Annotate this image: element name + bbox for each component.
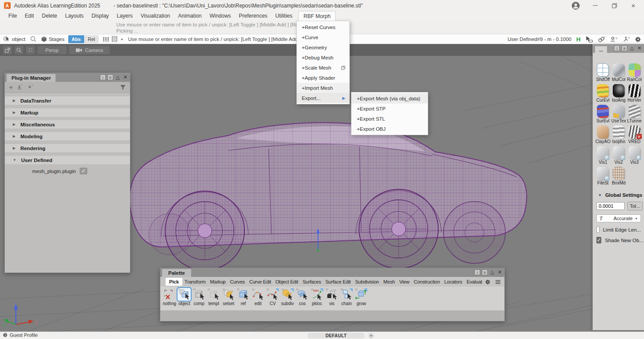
menu-item-utilities[interactable]: Utilities <box>271 11 296 20</box>
menu-item-export-mesh-obj-data[interactable]: +Export Mesh (via obj_data) <box>352 93 428 103</box>
menu-item-export-stp[interactable]: +Export STP <box>352 103 428 114</box>
panel-pin-icon[interactable]: ↕ <box>474 269 480 275</box>
tool-subdiv[interactable]: subdiv <box>280 288 295 306</box>
add-workspace-button[interactable]: + <box>368 333 374 339</box>
palette-tab-markup[interactable]: Markup <box>208 278 228 286</box>
tolerance-input[interactable] <box>596 202 625 210</box>
menu-item-file[interactable]: File <box>4 11 21 20</box>
shelf-item-rancol[interactable]: RanCol <box>626 63 642 82</box>
section-miscellaneous[interactable]: ▶ Miscellaneous <box>5 120 130 129</box>
shelf-item-boxmd[interactable]: BoxMd <box>611 167 627 185</box>
shelf-item-isopho[interactable]: Isopho <box>611 125 627 144</box>
palette-titlebar[interactable]: Palette ↕ ≡ △ ✕ <box>160 268 504 277</box>
tool-vis[interactable]: vis <box>325 288 340 306</box>
tool-ref[interactable]: ref <box>236 288 251 306</box>
pick-cursor-icon[interactable] <box>585 36 593 43</box>
default-workspace-button[interactable]: DEFAULT <box>307 333 365 339</box>
object-picker-label[interactable]: object <box>12 37 26 42</box>
tool-comp[interactable]: comp <box>192 288 207 306</box>
palette-tab-transform[interactable]: Transform <box>182 278 208 286</box>
search-icon[interactable] <box>30 36 37 42</box>
section-user-defined[interactable]: ▼ User Defined <box>5 156 130 164</box>
tool-edit[interactable]: edit <box>251 288 266 306</box>
car-mesh[interactable] <box>123 119 529 273</box>
node-help-icon[interactable]: ? <box>622 36 630 43</box>
panel-collapse-icon[interactable]: △ <box>629 45 635 51</box>
close-button[interactable]: × <box>631 2 635 9</box>
menu-item-reset-curves[interactable]: +Reset Curves <box>297 22 349 32</box>
panel-close-icon[interactable]: ✕ <box>497 269 503 275</box>
palette-tab-surface-edit[interactable]: Surface Edit <box>323 278 353 286</box>
palette-tab-curve-edit[interactable]: Curve Edit <box>247 278 273 286</box>
abs-button[interactable]: Abs <box>68 35 85 43</box>
filter-icon[interactable] <box>120 85 126 90</box>
grid-toggle-icon[interactable] <box>102 37 109 42</box>
settings-gear-icon[interactable] <box>635 36 641 43</box>
panel-close-icon[interactable]: ✕ <box>122 74 128 80</box>
menu-item-import-mesh[interactable]: +Import Mesh <box>297 83 349 93</box>
panel-close-icon[interactable]: ✕ <box>637 45 642 51</box>
shelf-item-mulcol[interactable]: MulCol <box>611 63 627 82</box>
stages-label[interactable]: Stages <box>49 37 65 42</box>
palette-tab-object-edit[interactable]: Object Edit <box>273 278 300 286</box>
tool-object[interactable]: object <box>177 288 192 306</box>
minimize-button[interactable] <box>593 5 598 6</box>
shelf-item-clayao[interactable]: ClayAO <box>595 125 611 144</box>
camera-view-button[interactable]: Camera <box>69 46 110 54</box>
menu-item-export-obj[interactable]: +Export OBJ <box>352 124 428 134</box>
shelf-item-vis2[interactable]: Vis2 <box>611 146 627 165</box>
load-plugin-icon[interactable]: * <box>17 85 24 90</box>
panel-collapse-icon[interactable]: △ <box>115 74 121 80</box>
layout-dots-icon[interactable] <box>26 46 35 54</box>
stages-icon[interactable] <box>41 36 47 42</box>
viewport-zoom-icon[interactable] <box>15 46 23 54</box>
tool-templ[interactable]: templ <box>207 288 222 306</box>
menu-item-visualization[interactable]: Visualization <box>137 11 174 20</box>
menu-item-windows[interactable]: Windows <box>206 11 235 20</box>
section-modeling[interactable]: ▶ Modeling <box>5 132 130 140</box>
unload-plugin-icon[interactable]: * <box>28 85 34 90</box>
shelf-tab[interactable]: ... <box>595 46 607 53</box>
palette-tab-locators[interactable]: Locators <box>442 278 465 286</box>
menu-item-layouts[interactable]: Layouts <box>61 11 88 20</box>
shelf-item-filest[interactable]: FileSt <box>595 167 611 185</box>
section-datatransfer[interactable]: ▶ DataTransfer <box>5 96 130 105</box>
menu-item-edit[interactable]: Edit <box>21 11 38 20</box>
palette-hamburger-icon[interactable] <box>495 280 501 284</box>
tool-grow[interactable]: grow <box>354 288 369 306</box>
menu-item-preferences[interactable]: Preferences <box>235 11 271 20</box>
palette-tab-view[interactable]: View <box>397 278 411 286</box>
plugin-manager-titlebar[interactable]: Plug-in Manager ↕ ≡ △ ✕ <box>5 73 130 82</box>
menu-item-geometry[interactable]: +Geometry <box>297 42 349 52</box>
tool-pkloc[interactable]: ABC pkloc <box>310 288 325 306</box>
rel-button[interactable]: Rel <box>84 35 99 43</box>
panel-collapse-icon[interactable]: △ <box>489 269 495 275</box>
link-help-icon[interactable]: ? <box>598 36 605 43</box>
plugin-enabled-checkbox[interactable]: ✓ <box>80 168 87 174</box>
list-view-icon[interactable] <box>112 36 117 42</box>
menu-item-delete[interactable]: Delete <box>38 11 61 20</box>
profile-selector[interactable]: Guest Profile <box>3 332 38 338</box>
shelf-item-horver[interactable]: HorVer <box>626 84 642 103</box>
palette-tab-pick[interactable]: Pick <box>166 278 182 286</box>
pick-object-icon[interactable] <box>3 36 11 43</box>
tool-selset[interactable]: selset <box>221 288 236 306</box>
shelf-item-usetex[interactable]: UseTex <box>611 105 627 123</box>
shelf-item-ltunne[interactable]: LTunne <box>626 105 642 123</box>
tool-cv[interactable]: CV <box>266 288 281 306</box>
menu-item-scale-mesh[interactable]: +Scale Mesh <box>297 63 349 73</box>
restore-button[interactable] <box>611 2 618 9</box>
palette-tab-surfaces[interactable]: Surfaces <box>300 278 323 286</box>
shade-new-checkbox[interactable]: ✓ <box>596 237 601 243</box>
panel-menu-icon[interactable]: ≡ <box>107 74 113 80</box>
panel-menu-icon[interactable]: ≡ <box>482 269 488 275</box>
shelf-item-curevl[interactable]: CurEvl <box>595 84 611 103</box>
panel-menu-icon[interactable]: ≡ <box>622 45 627 51</box>
menu-item-display[interactable]: Display <box>88 11 113 20</box>
global-settings-header[interactable]: ▼ Global Settings <box>593 192 644 198</box>
palette-tab-subdivision[interactable]: Subdivision <box>353 278 381 286</box>
menu-item-layers[interactable]: Layers <box>113 11 137 20</box>
shelf-item-shdoff[interactable]: ShdOff <box>595 63 611 82</box>
tool-nothing[interactable]: nothng <box>162 288 177 306</box>
panel-pin-icon[interactable]: ↕ <box>100 74 106 80</box>
